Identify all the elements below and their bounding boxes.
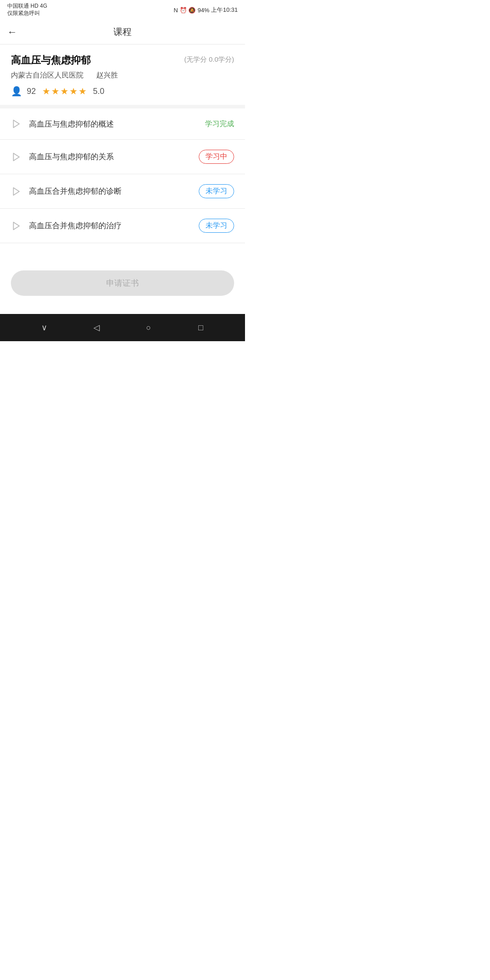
course-title: 高血压与焦虑抑郁 bbox=[11, 54, 179, 67]
carrier-info: 中国联通 HD 4G 仅限紧急呼叫 bbox=[7, 3, 47, 17]
hospital-name: 内蒙古自治区人民医院 bbox=[11, 71, 83, 79]
nav-recent-button[interactable]: □ bbox=[192, 318, 210, 337]
android-nav-bar: ∨ ◁ ○ □ bbox=[0, 314, 245, 341]
lesson-item[interactable]: 高血压与焦虑抑郁的概述 学习完成 bbox=[0, 108, 245, 140]
course-title-row: 高血压与焦虑抑郁 (无学分 0.0学分) bbox=[11, 54, 234, 67]
lesson-status-learning: 学习中 bbox=[199, 150, 234, 164]
lesson-left: 高血压与焦虑抑郁的关系 bbox=[11, 152, 193, 162]
nav-triangle-button[interactable]: ◁ bbox=[88, 318, 106, 337]
lesson-title: 高血压与焦虑抑郁的概述 bbox=[29, 119, 114, 129]
star-5: ★ bbox=[78, 86, 87, 97]
star-rating: ★ ★ ★ ★ ★ bbox=[42, 86, 87, 97]
cert-button[interactable]: 申请证书 bbox=[11, 270, 234, 296]
play-icon bbox=[11, 118, 22, 129]
page-title: 课程 bbox=[113, 26, 132, 38]
time: 上午10:31 bbox=[211, 6, 238, 14]
play-icon bbox=[11, 186, 22, 197]
lesson-status-unstarted: 未学习 bbox=[199, 184, 234, 198]
lesson-title: 高血压与焦虑抑郁的关系 bbox=[29, 152, 114, 162]
lesson-status-unstarted: 未学习 bbox=[199, 219, 234, 233]
status-right: N ⏰ 🔕 94% 上午10:31 bbox=[174, 6, 238, 14]
back-button[interactable]: ← bbox=[7, 27, 17, 37]
svg-marker-0 bbox=[14, 120, 20, 128]
status-icons: N ⏰ 🔕 bbox=[174, 7, 196, 14]
play-icon bbox=[11, 220, 22, 231]
nav-back-button[interactable]: ∨ bbox=[35, 318, 54, 337]
nav-bar: ← 课程 bbox=[0, 20, 245, 44]
student-count: 92 bbox=[27, 87, 36, 96]
lesson-item[interactable]: 高血压与焦虑抑郁的关系 学习中 bbox=[0, 140, 245, 174]
course-credits: (无学分 0.0学分) bbox=[184, 54, 234, 64]
lesson-status-done: 学习完成 bbox=[205, 119, 234, 129]
course-meta: 内蒙古自治区人民医院 赵兴胜 bbox=[11, 71, 234, 80]
svg-marker-1 bbox=[14, 153, 20, 161]
lesson-left: 高血压与焦虑抑郁的概述 bbox=[11, 118, 200, 129]
lesson-left: 高血压合并焦虑抑郁的治疗 bbox=[11, 220, 193, 231]
status-bar: 中国联通 HD 4G 仅限紧急呼叫 N ⏰ 🔕 94% 上午10:31 bbox=[0, 0, 245, 20]
doctor-name: 赵兴胜 bbox=[96, 71, 118, 79]
svg-marker-2 bbox=[14, 187, 20, 195]
svg-marker-3 bbox=[14, 222, 20, 230]
lesson-title: 高血压合并焦虑抑郁的治疗 bbox=[29, 220, 122, 231]
course-stats: 👤 92 ★ ★ ★ ★ ★ 5.0 bbox=[11, 86, 234, 97]
user-icon: 👤 bbox=[11, 86, 22, 97]
nav-home-button[interactable]: ○ bbox=[140, 318, 158, 337]
bottom-area: 申请证书 bbox=[0, 243, 245, 314]
rating-number: 5.0 bbox=[93, 87, 104, 96]
lesson-title: 高血压合并焦虑抑郁的诊断 bbox=[29, 186, 122, 196]
lesson-item[interactable]: 高血压合并焦虑抑郁的诊断 未学习 bbox=[0, 174, 245, 209]
star-1: ★ bbox=[42, 86, 50, 97]
star-3: ★ bbox=[60, 86, 69, 97]
lesson-item[interactable]: 高血压合并焦虑抑郁的治疗 未学习 bbox=[0, 209, 245, 243]
star-2: ★ bbox=[51, 86, 59, 97]
lesson-left: 高血压合并焦虑抑郁的诊断 bbox=[11, 186, 193, 197]
lesson-list: 高血压与焦虑抑郁的概述 学习完成 高血压与焦虑抑郁的关系 学习中 bbox=[0, 108, 245, 243]
course-info: 高血压与焦虑抑郁 (无学分 0.0学分) 内蒙古自治区人民医院 赵兴胜 👤 92… bbox=[0, 44, 245, 108]
star-4: ★ bbox=[69, 86, 78, 97]
play-icon bbox=[11, 152, 22, 162]
battery: 94% bbox=[197, 7, 209, 14]
